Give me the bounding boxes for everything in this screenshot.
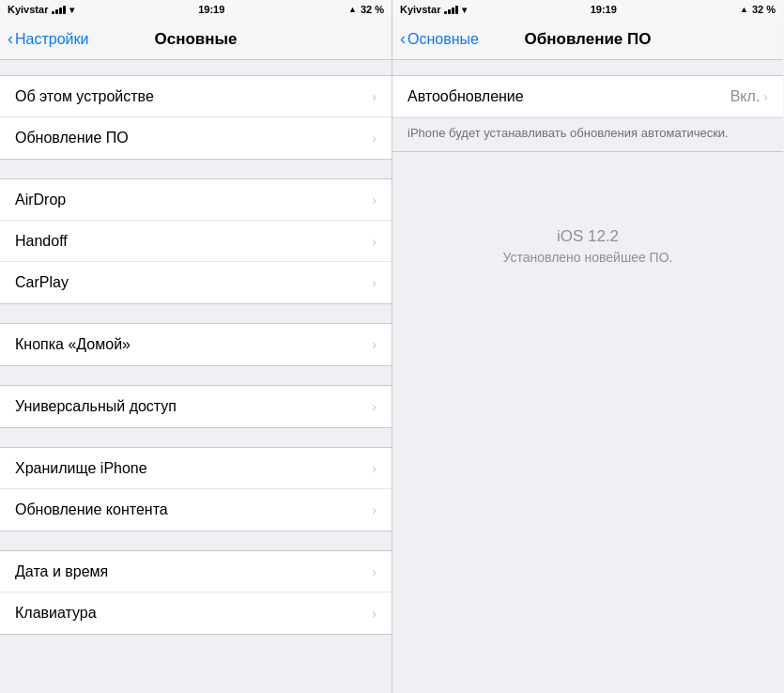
chevron-icon-auto: › <box>763 89 768 104</box>
signal-bars-icon-right <box>444 5 458 14</box>
chevron-icon-update: › <box>372 131 377 146</box>
status-left: Kyivstar ▾ <box>8 4 74 15</box>
status-right-right: ▲ 32 % <box>740 4 776 15</box>
label-airdrop: AirDrop <box>15 192 66 208</box>
divider-3 <box>0 366 392 385</box>
row-right-storage: › <box>372 461 377 476</box>
row-right-refresh: › <box>372 502 377 517</box>
carrier-label-right: Kyivstar <box>400 4 440 15</box>
chevron-icon-home: › <box>372 337 377 352</box>
chevron-icon-about: › <box>372 89 377 104</box>
divider-1 <box>0 160 392 178</box>
chevron-icon-storage: › <box>372 461 377 476</box>
table-group-auto: Автообновление Вкл. › iPhone будет устан… <box>392 75 783 152</box>
back-button-left[interactable]: ‹ Настройки <box>8 30 88 49</box>
battery-label: 32 % <box>361 4 384 15</box>
time-label: 19:19 <box>198 4 224 15</box>
chevron-left-icon-right: ‹ <box>400 29 406 49</box>
row-right-handoff: › <box>372 234 377 249</box>
row-date-time[interactable]: Дата и время › <box>0 551 392 593</box>
center-message: iOS 12.2 Установлено новейшее ПО. <box>392 152 783 340</box>
label-software-update: Обновление ПО <box>15 130 129 146</box>
row-background-refresh[interactable]: Обновление контента › <box>0 489 392 531</box>
label-accessibility: Универсальный доступ <box>15 398 177 415</box>
chevron-icon-carplay: › <box>372 275 377 290</box>
row-home-button[interactable]: Кнопка «Домой» › <box>0 324 392 365</box>
label-storage: Хранилище iPhone <box>15 460 147 477</box>
label-keyboard: Клавиатура <box>15 605 97 622</box>
row-keyboard[interactable]: Клавиатура › <box>0 593 392 634</box>
wifi-icon-right: ▾ <box>462 5 467 15</box>
table-group-4: Универсальный доступ › <box>0 385 392 428</box>
wifi-icon: ▾ <box>69 5 74 15</box>
chevron-icon-accessibility: › <box>372 399 377 414</box>
back-button-right[interactable]: ‹ Основные <box>400 30 479 49</box>
status-bar-left: Kyivstar ▾ 19:19 ▲ 32 % <box>0 0 392 19</box>
battery-label-right: 32 % <box>752 4 776 15</box>
label-background-refresh: Обновление контента <box>15 501 168 518</box>
divider-4 <box>0 428 392 447</box>
section-auto-update: Автообновление Вкл. › iPhone будет устан… <box>392 75 783 152</box>
label-home-button: Кнопка «Домой» <box>15 336 131 353</box>
ios-version-label: iOS 12.2 <box>557 227 619 246</box>
table-group-2: AirDrop › Handoff › CarPlay › <box>0 178 392 304</box>
status-left-right: Kyivstar ▾ <box>400 4 467 15</box>
label-handoff: Handoff <box>15 233 68 250</box>
row-handoff[interactable]: Handoff › <box>0 221 392 262</box>
label-date-time: Дата и время <box>15 563 108 580</box>
status-bar-right: Kyivstar ▾ 19:19 ▲ 32 % <box>392 0 783 19</box>
table-group-5: Хранилище iPhone › Обновление контента › <box>0 447 392 531</box>
location-icon: ▲ <box>348 5 357 14</box>
row-about-device[interactable]: Об этом устройстве › <box>0 76 392 117</box>
row-software-update[interactable]: Обновление ПО › <box>0 117 392 159</box>
content-left: Об этом устройстве › Обновление ПО › Air… <box>0 60 392 693</box>
row-right-carplay: › <box>372 275 377 290</box>
time-label-right: 19:19 <box>591 4 617 15</box>
auto-update-value: Вкл. <box>730 88 761 105</box>
row-right-accessibility: › <box>372 399 377 414</box>
row-right-home: › <box>372 337 377 352</box>
back-label-right: Основные <box>407 31 479 48</box>
divider-5 <box>0 531 392 550</box>
label-auto-update: Автообновление <box>407 88 524 105</box>
chevron-icon-date: › <box>372 564 377 579</box>
row-right-keyboard: › <box>372 606 377 621</box>
right-panel: Kyivstar ▾ 19:19 ▲ 32 % ‹ Основные Обнов… <box>392 0 783 693</box>
divider-2 <box>0 304 392 323</box>
location-icon-right: ▲ <box>740 5 748 14</box>
label-carplay: CarPlay <box>15 274 69 291</box>
signal-bars-icon <box>52 5 66 14</box>
status-right: ▲ 32 % <box>348 4 384 15</box>
table-group-3: Кнопка «Домой» › <box>0 323 392 366</box>
row-storage[interactable]: Хранилище iPhone › <box>0 448 392 489</box>
row-accessibility[interactable]: Универсальный доступ › <box>0 386 392 427</box>
nav-bar-left: ‹ Настройки Основные <box>0 19 392 60</box>
row-auto-update[interactable]: Автообновление Вкл. › <box>392 76 783 117</box>
section-group1: Об этом устройстве › Обновление ПО › <box>0 75 392 160</box>
chevron-icon-airdrop: › <box>372 192 377 208</box>
nav-title-left: Основные <box>154 30 237 49</box>
table-group-1: Об этом устройстве › Обновление ПО › <box>0 75 392 160</box>
chevron-icon-handoff: › <box>372 234 377 249</box>
row-right-airdrop: › <box>372 192 377 208</box>
back-label-left: Настройки <box>15 31 88 48</box>
label-about-device: Об этом устройстве <box>15 88 154 105</box>
row-carplay[interactable]: CarPlay › <box>0 262 392 303</box>
row-right-auto: Вкл. › <box>730 88 768 105</box>
ios-status-label: Установлено новейшее ПО. <box>503 250 673 265</box>
chevron-icon-refresh: › <box>372 502 377 517</box>
nav-bar-right: ‹ Основные Обновление ПО <box>392 19 783 60</box>
carrier-label: Kyivstar <box>8 4 48 15</box>
row-right-date: › <box>372 564 377 579</box>
auto-update-info: iPhone будет устанавливать обновления ав… <box>392 117 783 151</box>
table-group-6: Дата и время › Клавиатура › <box>0 550 392 635</box>
content-right: Автообновление Вкл. › iPhone будет устан… <box>392 60 783 693</box>
nav-title-right: Обновление ПО <box>525 30 652 49</box>
row-right-update: › <box>372 131 377 146</box>
left-panel: Kyivstar ▾ 19:19 ▲ 32 % ‹ Настройки Осно… <box>0 0 392 693</box>
chevron-left-icon: ‹ <box>8 29 13 49</box>
chevron-icon-keyboard: › <box>372 606 377 621</box>
row-right-about: › <box>372 89 377 104</box>
row-airdrop[interactable]: AirDrop › <box>0 179 392 221</box>
